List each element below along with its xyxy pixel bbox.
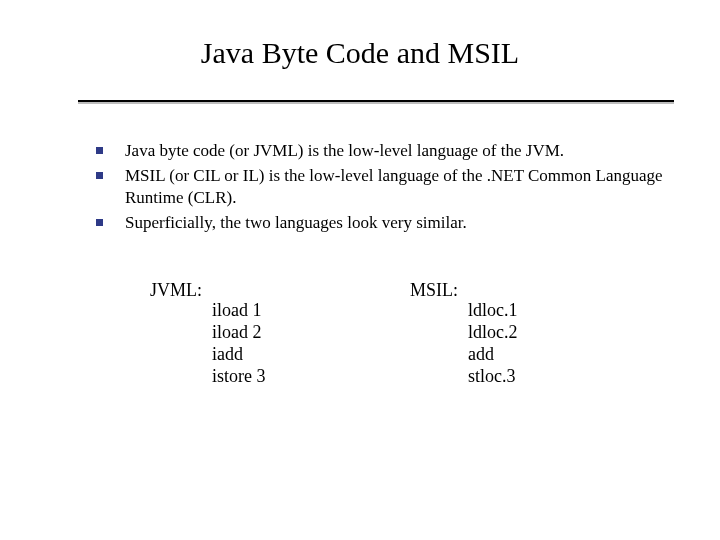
bullet-list: Java byte code (or JVML) is the low-leve… <box>96 140 694 237</box>
code-line: iload 2 <box>212 322 266 344</box>
example-label-right: MSIL: <box>410 280 458 301</box>
bullet-text: Superficially, the two languages look ve… <box>125 212 694 233</box>
example-lines-left: iload 1 iload 2 iadd istore 3 <box>212 300 266 388</box>
code-line: stloc.3 <box>468 366 518 388</box>
bullet-icon <box>96 147 103 154</box>
code-line: iload 1 <box>212 300 266 322</box>
example-right: MSIL: ldloc.1 ldloc.2 add stloc.3 <box>410 280 518 388</box>
code-line: iadd <box>212 344 266 366</box>
code-line: add <box>468 344 518 366</box>
slide: Java Byte Code and MSIL Java byte code (… <box>0 0 720 540</box>
list-item: MSIL (or CIL or IL) is the low-level lan… <box>96 165 694 208</box>
bullet-icon <box>96 172 103 179</box>
code-examples: JVML: iload 1 iload 2 iadd istore 3 MSIL… <box>150 280 650 388</box>
example-label-left: JVML: <box>150 280 202 301</box>
bullet-text: Java byte code (or JVML) is the low-leve… <box>125 140 694 161</box>
example-lines-right: ldloc.1 ldloc.2 add stloc.3 <box>468 300 518 388</box>
example-left: JVML: iload 1 iload 2 iadd istore 3 <box>150 280 410 388</box>
code-line: istore 3 <box>212 366 266 388</box>
code-line: ldloc.1 <box>468 300 518 322</box>
code-line: ldloc.2 <box>468 322 518 344</box>
list-item: Java byte code (or JVML) is the low-leve… <box>96 140 694 161</box>
bullet-icon <box>96 219 103 226</box>
list-item: Superficially, the two languages look ve… <box>96 212 694 233</box>
title-underline <box>78 100 674 102</box>
bullet-text: MSIL (or CIL or IL) is the low-level lan… <box>125 165 694 208</box>
slide-title: Java Byte Code and MSIL <box>0 36 720 70</box>
